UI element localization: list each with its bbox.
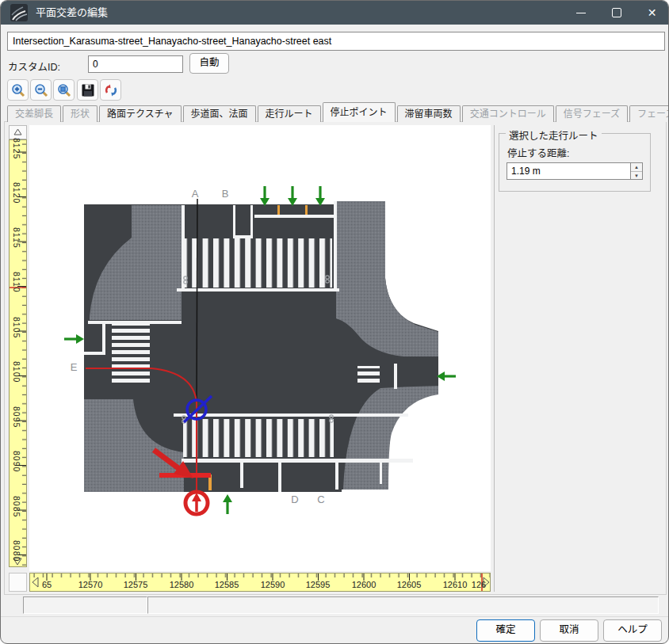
ruler-label: 65: [29, 580, 65, 589]
panel-divider: [494, 125, 495, 592]
zoom-in-icon: [10, 82, 26, 98]
ruler-label: 12575: [117, 580, 154, 589]
selected-route-group: 選択した走行ルート 停止する距離: ▲ ▼: [499, 133, 651, 192]
ruler-label: 8100: [11, 361, 21, 383]
titlebar[interactable]: 平面交差の編集 ✕: [1, 1, 669, 25]
ruler-label: 8110: [11, 272, 21, 293]
tab-road-texture[interactable]: 路面テクスチャ: [99, 105, 182, 122]
stop-point-marker[interactable]: [185, 492, 208, 514]
route-line-north[interactable]: [197, 199, 197, 410]
ruler-label: 8085: [11, 496, 21, 517]
vertical-ruler: 8125 8120 8115 8110 8105 8100 8095 8090 …: [9, 125, 27, 571]
save-button[interactable]: [77, 79, 98, 101]
arrow-down-icon[interactable]: [315, 186, 325, 206]
ruler-label: 8080: [11, 540, 21, 562]
confirm-button[interactable]: 確定: [476, 619, 535, 642]
ruler-label: 126: [461, 580, 497, 589]
spinner-down-icon[interactable]: ▼: [631, 172, 642, 180]
ruler-label: 12570: [72, 580, 109, 589]
ruler-label: 12595: [300, 580, 336, 589]
map-canvas[interactable]: A B E D C: [29, 125, 491, 571]
ruler-label: 12590: [254, 580, 291, 589]
spinner-up-icon[interactable]: ▲: [631, 163, 642, 172]
ruler-label: 8095: [11, 406, 21, 428]
footer-separator: [1, 616, 669, 617]
distance-spinner: ▲ ▼: [630, 162, 643, 180]
refresh-button[interactable]: [100, 79, 121, 101]
window-title: 平面交差の編集: [36, 1, 108, 25]
app-icon: [10, 4, 28, 21]
stop-distance-label: 停止する距離:: [507, 145, 569, 160]
route-label-e: E: [71, 361, 78, 373]
arrow-right-icon[interactable]: [64, 334, 84, 344]
crosswalk-west: [112, 322, 150, 383]
save-icon: [80, 82, 96, 98]
ruler-label: 8125: [11, 138, 21, 159]
cancel-button[interactable]: 取消: [540, 619, 598, 642]
close-button[interactable]: ✕: [634, 1, 669, 25]
intersection-name-input[interactable]: [7, 32, 665, 51]
horizontal-ruler: 65 12570 12575 12580 12585 12590 12595 1…: [29, 573, 491, 592]
zoom-region-icon: [56, 82, 72, 98]
tab-traffic-control[interactable]: 交通コントロール: [462, 105, 554, 122]
stop-distance-input[interactable]: [507, 162, 631, 180]
arrow-up-icon[interactable]: [223, 494, 232, 514]
minimize-button[interactable]: [563, 1, 598, 25]
route-label-d: D: [291, 493, 298, 505]
auto-button[interactable]: 自動: [189, 53, 229, 74]
help-button[interactable]: ヘルプ: [603, 619, 662, 642]
custom-id-label: カスタムID:: [8, 59, 60, 74]
tab-signal-phase[interactable]: 信号フェーズ: [556, 105, 628, 122]
status-cell-left: [23, 596, 147, 614]
route-label-a: A: [192, 188, 199, 200]
tab-drive-route[interactable]: 走行ルート: [258, 105, 321, 122]
tab-queue-count[interactable]: 滞留車両数: [397, 105, 461, 122]
group-title: 選択した走行ルート: [506, 128, 602, 143]
refresh-icon: [103, 82, 119, 98]
maximize-icon: [612, 8, 621, 17]
ruler-label: 8105: [11, 317, 21, 338]
ruler-label: 12585: [208, 580, 245, 589]
minimize-icon: [576, 13, 586, 13]
zoom-region-button[interactable]: [53, 79, 75, 101]
crosswalk-south: [183, 419, 334, 457]
triangle-up-icon: [10, 126, 26, 139]
custom-id-input[interactable]: [88, 55, 183, 73]
status-cell-right: [147, 596, 659, 614]
ruler-label: 8115: [11, 227, 21, 249]
tab-phase-list[interactable]: フェーズ一覧: [629, 105, 669, 122]
tab-shape[interactable]: 形状: [63, 105, 97, 122]
tab-stop-point[interactable]: 停止ポイント: [323, 102, 396, 122]
ruler-label: 8090: [11, 451, 21, 472]
crosswalk-north: [183, 238, 332, 288]
arrow-down-icon[interactable]: [288, 186, 297, 206]
crosswalk-east: [357, 366, 380, 385]
route-label-b: B: [222, 188, 229, 200]
tab-bar: 交差脚長 形状 路面テクスチャ 歩道面、法面 走行ルート 停止ポイント 滞留車両…: [7, 105, 669, 122]
zoom-in-button[interactable]: [7, 79, 29, 101]
ruler-label: 12605: [391, 580, 427, 589]
maximize-button[interactable]: [598, 1, 634, 25]
intersection-map[interactable]: A B E D C: [29, 125, 491, 571]
arrow-down-icon[interactable]: [260, 186, 270, 206]
intersection-edit-dialog: 平面交差の編集 ✕ カスタムID: 自動: [0, 0, 669, 644]
ruler-label: 8120: [11, 182, 21, 204]
arrow-left-icon[interactable]: [437, 372, 456, 381]
zoom-out-icon: [33, 82, 49, 98]
tab-sidewalk[interactable]: 歩道面、法面: [183, 105, 256, 122]
ruler-label: 12600: [346, 580, 382, 589]
ruler-label: 12580: [163, 580, 200, 589]
tab-leg-length[interactable]: 交差脚長: [7, 105, 61, 122]
zoom-out-button[interactable]: [30, 79, 52, 101]
ruler-corner-box: [9, 573, 27, 592]
route-label-c: C: [317, 493, 324, 505]
close-icon: ✕: [648, 7, 657, 18]
